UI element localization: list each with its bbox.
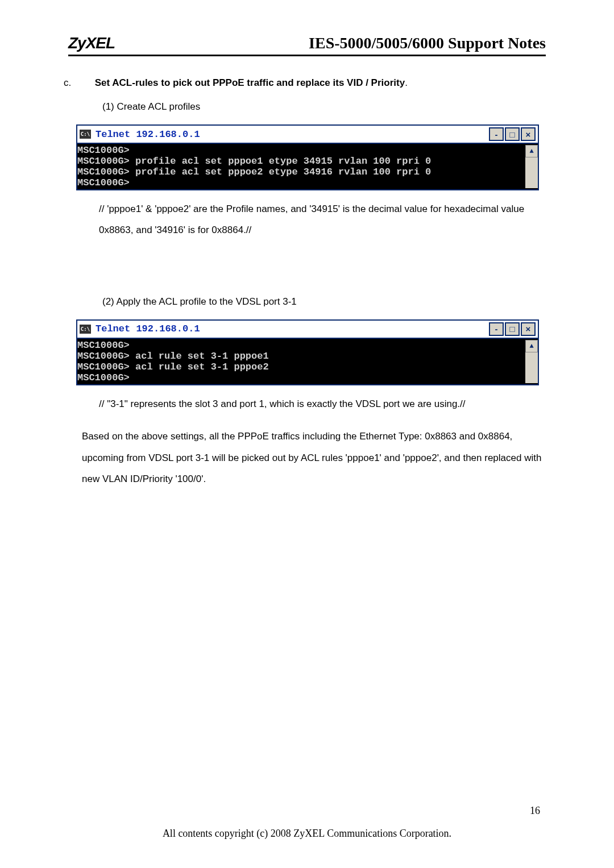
scroll-up-icon[interactable]: ▲	[525, 340, 538, 352]
telnet-output-2: MSC1000G> MSC1000G> acl rule set 3-1 ppp…	[77, 340, 525, 383]
terminal-icon: C:\	[80, 130, 91, 139]
section-c-heading: c. Set ACL-rules to pick out PPPoE traff…	[80, 73, 546, 93]
step-2-label: (2) Apply the ACL profile to the VDSL po…	[102, 292, 546, 312]
minimize-button[interactable]: -	[489, 322, 504, 336]
scrollbar-1[interactable]: ▲	[525, 145, 538, 188]
minimize-button[interactable]: -	[489, 127, 504, 141]
list-label-c: c.	[80, 73, 92, 93]
window-buttons-2: - □ ×	[489, 322, 536, 336]
telnet-title-2: Telnet 192.168.0.1	[96, 323, 200, 334]
telnet-body-1: MSC1000G> MSC1000G> profile acl set pppo…	[77, 144, 538, 189]
telnet-titlebar-1: C:\ Telnet 192.168.0.1 - □ ×	[77, 126, 538, 144]
section-c-tail: .	[405, 77, 408, 88]
page: ZyXEL IES-5000/5005/6000 Support Notes c…	[0, 0, 614, 868]
maximize-button[interactable]: □	[505, 322, 520, 336]
step-1-label: (1) Create ACL profiles	[102, 97, 546, 117]
close-button[interactable]: ×	[521, 127, 536, 141]
telnet-window-2: C:\ Telnet 192.168.0.1 - □ × MSC1000G> M…	[76, 319, 539, 385]
note-2: // "3-1" represents the slot 3 and port …	[99, 393, 546, 414]
copyright-footer: All contents copyright (c) 2008 ZyXEL Co…	[0, 828, 614, 840]
summary-paragraph: Based on the above settings, all the PPP…	[82, 426, 546, 489]
titlebar-left-1: C:\ Telnet 192.168.0.1	[80, 129, 200, 140]
page-number: 16	[530, 805, 540, 817]
maximize-button[interactable]: □	[505, 127, 520, 141]
terminal-icon: C:\	[80, 325, 91, 334]
titlebar-left-2: C:\ Telnet 192.168.0.1	[80, 323, 200, 334]
telnet-title-1: Telnet 192.168.0.1	[96, 129, 200, 140]
telnet-window-1: C:\ Telnet 192.168.0.1 - □ × MSC1000G> M…	[76, 124, 539, 190]
telnet-titlebar-2: C:\ Telnet 192.168.0.1 - □ ×	[77, 321, 538, 339]
close-button[interactable]: ×	[521, 322, 536, 336]
scrollbar-2[interactable]: ▲	[525, 340, 538, 383]
window-buttons-1: - □ ×	[489, 127, 536, 141]
brand-logo: ZyXEL	[68, 34, 115, 52]
note-1: // 'pppoe1' & 'pppoe2' are the Profile n…	[99, 198, 546, 241]
section-c-title: Set ACL-rules to pick out PPPoE traffic …	[95, 77, 405, 88]
scroll-up-icon[interactable]: ▲	[525, 145, 538, 157]
telnet-output-1: MSC1000G> MSC1000G> profile acl set pppo…	[77, 145, 525, 188]
page-header: ZyXEL IES-5000/5005/6000 Support Notes	[68, 34, 546, 56]
telnet-body-2: MSC1000G> MSC1000G> acl rule set 3-1 ppp…	[77, 339, 538, 384]
document-title: IES-5000/5005/6000 Support Notes	[309, 34, 546, 52]
